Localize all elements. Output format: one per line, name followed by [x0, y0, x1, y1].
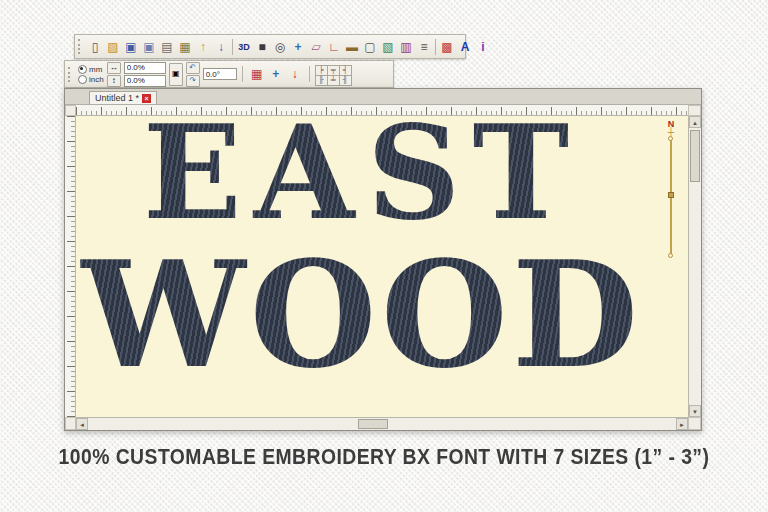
align-middle-h-icon: ╟	[319, 76, 324, 84]
info-icon: i	[481, 39, 484, 55]
unit-inch-label: inch	[89, 75, 104, 84]
rotate-left-button[interactable]: ↶	[186, 62, 200, 74]
arrow-down-icon: ↓	[218, 39, 224, 55]
color-slider-handle[interactable]	[668, 192, 674, 198]
scale-y-input[interactable]	[124, 75, 166, 87]
frame-icon: ▢	[364, 39, 375, 55]
width-spin-button[interactable]: ↔	[107, 62, 121, 74]
move-icon: +	[294, 39, 301, 55]
design-text-wood[interactable]: WOOD	[76, 242, 648, 388]
compass-north-icon: N ┼	[668, 120, 675, 136]
colors-icon: ▦	[251, 66, 262, 82]
color-slider-track[interactable]	[670, 138, 672, 256]
lock-icon: ▣	[172, 69, 180, 78]
copy-button[interactable]: ▤	[158, 38, 176, 56]
info-button[interactable]: i	[474, 38, 492, 56]
design-canvas[interactable]: EAST WOOD N ┼	[76, 116, 688, 417]
eraser-button[interactable]: ▱	[307, 38, 325, 56]
tab-close-button[interactable]: ×	[142, 94, 151, 103]
save-all-icon: ▣	[143, 39, 154, 55]
scroll-bottom-right-cap	[688, 417, 701, 430]
frame-button[interactable]: ▢	[361, 38, 379, 56]
3d-view-button[interactable]: 3D	[235, 38, 253, 56]
unit-mm-radio[interactable]: mm	[78, 65, 104, 74]
measure-icon: ∟	[328, 39, 340, 55]
toolbar-separator	[232, 39, 233, 55]
radio-dot-inch	[78, 75, 87, 84]
chart-icon: ▥	[400, 39, 411, 55]
rotate-right-icon: ↷	[189, 76, 196, 85]
eraser-icon: ▱	[311, 39, 320, 55]
unit-mm-label: mm	[89, 65, 102, 74]
vertical-scrollbar[interactable]: ▲ ▼	[688, 116, 701, 417]
align-right-icon: ╡	[343, 66, 348, 74]
save-all-button[interactable]: ▣	[140, 38, 158, 56]
horizontal-ruler	[76, 105, 688, 116]
width-arrow-icon: ↔	[110, 63, 118, 72]
main-toolbar-icons: ▯▨▣▣▤▦↑↓3D■◎+▱∟▬▢▧▥≡▩Ai	[86, 38, 492, 56]
open-file-button[interactable]: ▨	[104, 38, 122, 56]
settings-toolbar: mm inch ↔ ↕ ▣ ↶ ↷ ▦+↓ ╞╤╡╟╧╢	[64, 60, 394, 88]
stitch-back-button[interactable]: ↓	[212, 38, 230, 56]
align-middle-v-button[interactable]: ╢	[339, 75, 352, 86]
scroll-down-button[interactable]: ▼	[689, 405, 701, 417]
rotate-right-button[interactable]: ↷	[186, 75, 200, 87]
stitch-forward-button[interactable]: ↑	[194, 38, 212, 56]
text-tool-button[interactable]: A	[456, 38, 474, 56]
colors-button[interactable]: ▦	[248, 65, 266, 83]
horizontal-scroll-thumb[interactable]	[358, 419, 388, 429]
move-button[interactable]: +	[289, 38, 307, 56]
arrow-up-icon: ↑	[200, 39, 206, 55]
scroll-top-cap	[688, 105, 701, 116]
open-folder-icon: ▨	[107, 39, 118, 55]
alignment-buttons: ╞╤╡╟╧╢	[315, 65, 350, 84]
color-slider-bottom-node	[668, 253, 673, 258]
zoom-button[interactable]: ◎	[271, 38, 289, 56]
scroll-left-button[interactable]: ◄	[76, 418, 88, 430]
align-left-icon: ╞	[319, 66, 324, 74]
chart-button[interactable]: ▥	[397, 38, 415, 56]
paste-button[interactable]: ▦	[176, 38, 194, 56]
ruler-icon: ▬	[346, 39, 358, 55]
scroll-right-button[interactable]: ►	[676, 418, 688, 430]
thread-color-bar: N ┼	[662, 120, 680, 256]
save-button[interactable]: ▣	[122, 38, 140, 56]
toolbar-separator	[435, 39, 436, 55]
unit-inch-radio[interactable]: inch	[78, 75, 104, 84]
list-icon: ≡	[420, 39, 427, 55]
scroll-up-button[interactable]: ▲	[689, 116, 701, 128]
toolbar-grip-2[interactable]	[68, 67, 73, 82]
design-text-east[interactable]: EAST	[76, 116, 648, 238]
zoom-icon: ◎	[275, 39, 285, 55]
vertical-scroll-thumb[interactable]	[690, 130, 700, 182]
letter-a-icon: A	[461, 39, 470, 55]
design-view-button[interactable]: ■	[253, 38, 271, 56]
align-middle-v-icon: ╢	[343, 76, 348, 84]
measure-button[interactable]: ∟	[325, 38, 343, 56]
radio-dot-mm	[78, 65, 87, 74]
ruler-corner	[65, 105, 76, 116]
palette-button[interactable]: ▩	[438, 38, 456, 56]
toolbar-grip[interactable]	[78, 39, 83, 54]
angle-input[interactable]	[203, 68, 237, 80]
scroll-bottom-left-cap	[65, 417, 76, 430]
center-design-button[interactable]: +	[267, 65, 285, 83]
lock-proportions-button[interactable]: ▣	[169, 63, 183, 86]
needle-point-button[interactable]: ↓	[286, 65, 304, 83]
new-document-button[interactable]: ▯	[86, 38, 104, 56]
palette-icon: ▩	[441, 39, 452, 55]
paste-icon: ▦	[179, 39, 190, 55]
save-icon: ▣	[125, 39, 136, 55]
document-tab-title: Untitled 1 *	[95, 93, 139, 103]
design-tools-cluster: ▦+↓	[248, 65, 304, 83]
ruler-button[interactable]: ▬	[343, 38, 361, 56]
image-button[interactable]: ▧	[379, 38, 397, 56]
horizontal-scrollbar[interactable]: ◄ ►	[76, 417, 688, 430]
document-tab[interactable]: Untitled 1 * ×	[89, 91, 157, 104]
scale-x-input[interactable]	[124, 62, 166, 74]
document-window: Untitled 1 * × EAST WOOD N ┼	[64, 88, 702, 431]
height-spin-button[interactable]: ↕	[107, 75, 121, 87]
main-toolbar: ▯▨▣▣▤▦↑↓3D■◎+▱∟▬▢▧▥≡▩Ai	[74, 34, 466, 59]
list-button[interactable]: ≡	[415, 38, 433, 56]
move-cross-icon: +	[272, 66, 279, 82]
